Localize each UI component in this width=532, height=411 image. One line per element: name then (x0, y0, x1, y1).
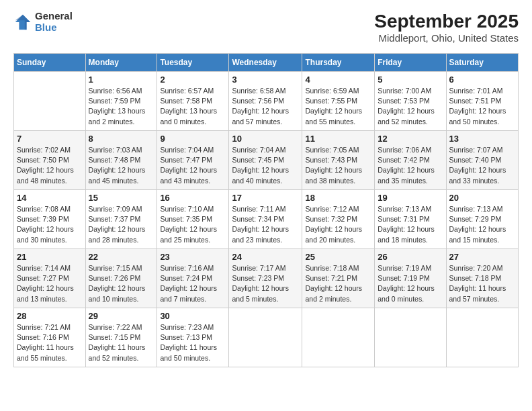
cell-text: and 57 minutes. (232, 117, 299, 127)
day-number: 8 (89, 134, 154, 144)
cell-text: and 23 minutes. (232, 235, 299, 245)
day-number: 7 (17, 134, 83, 144)
cell-text: Sunrise: 7:22 AM (89, 322, 154, 332)
cell-text: Sunrise: 7:16 AM (160, 263, 226, 273)
day-number: 27 (449, 252, 515, 262)
cell-text: Daylight: 11 hours (160, 342, 226, 353)
weekday-header: Friday (375, 54, 446, 72)
cell-text: Sunset: 7:59 PM (89, 96, 154, 106)
day-number: 3 (232, 75, 299, 85)
calendar-cell: 11Sunrise: 7:05 AMSunset: 7:43 PMDayligh… (302, 131, 375, 190)
cell-text: Sunset: 7:40 PM (449, 155, 515, 165)
day-number: 26 (378, 252, 443, 262)
day-number: 30 (160, 311, 226, 321)
cell-text: Sunset: 7:21 PM (305, 273, 371, 283)
day-number: 21 (17, 252, 83, 262)
calendar-cell: 9Sunrise: 7:04 AMSunset: 7:47 PMDaylight… (157, 131, 229, 190)
cell-text: Sunset: 7:15 PM (89, 332, 154, 342)
cell-text: Daylight: 12 hours (89, 165, 154, 175)
calendar-cell: 22Sunrise: 7:15 AMSunset: 7:26 PMDayligh… (85, 249, 157, 308)
cell-text: and 50 minutes. (160, 353, 226, 363)
cell-text: Daylight: 13 hours (89, 106, 154, 116)
cell-text: Daylight: 12 hours (17, 283, 83, 293)
day-number: 15 (89, 193, 154, 203)
cell-text: Sunset: 7:39 PM (17, 214, 83, 224)
calendar-week-row: 14Sunrise: 7:08 AMSunset: 7:39 PMDayligh… (14, 190, 519, 249)
cell-text: Sunrise: 7:09 AM (89, 204, 154, 214)
cell-text: Daylight: 12 hours (305, 165, 371, 175)
weekday-header: Tuesday (157, 54, 229, 72)
cell-text: and 20 minutes. (305, 235, 371, 245)
cell-text: Sunrise: 7:19 AM (378, 263, 443, 273)
day-number: 6 (449, 75, 515, 85)
cell-text: Sunrise: 7:04 AM (160, 145, 226, 155)
weekday-header: Wednesday (229, 54, 302, 72)
calendar-cell: 30Sunrise: 7:23 AMSunset: 7:13 PMDayligh… (157, 308, 229, 367)
cell-text: Sunrise: 7:20 AM (449, 263, 515, 273)
cell-text: Daylight: 12 hours (232, 283, 299, 293)
day-number: 1 (89, 75, 154, 85)
cell-text: Sunset: 7:53 PM (378, 96, 443, 106)
cell-text: Daylight: 12 hours (232, 224, 299, 234)
day-number: 19 (378, 193, 443, 203)
cell-text: Sunrise: 6:57 AM (160, 86, 226, 96)
cell-text: and 15 minutes. (449, 235, 515, 245)
cell-text: Sunrise: 7:14 AM (17, 263, 83, 273)
cell-text: and 43 minutes. (160, 176, 226, 186)
cell-text: Sunrise: 7:15 AM (89, 263, 154, 273)
cell-text: Sunrise: 6:56 AM (89, 86, 154, 96)
calendar-cell: 26Sunrise: 7:19 AMSunset: 7:19 PMDayligh… (375, 249, 446, 308)
cell-text: Sunrise: 7:02 AM (17, 145, 83, 155)
cell-text: Daylight: 12 hours (305, 283, 371, 293)
calendar-title: September 2025 (374, 11, 519, 32)
cell-text: and 13 minutes. (17, 294, 83, 304)
cell-text: Daylight: 12 hours (378, 106, 443, 116)
cell-text: Sunset: 7:34 PM (232, 214, 299, 224)
calendar-cell: 27Sunrise: 7:20 AMSunset: 7:18 PMDayligh… (446, 249, 518, 308)
cell-text: and 52 minutes. (378, 117, 443, 127)
calendar-cell: 28Sunrise: 7:21 AMSunset: 7:16 PMDayligh… (14, 308, 86, 367)
cell-text: and 50 minutes. (449, 117, 515, 127)
day-number: 18 (305, 193, 371, 203)
cell-text: and 0 minutes. (160, 117, 226, 127)
day-number: 13 (449, 134, 515, 144)
day-number: 22 (89, 252, 154, 262)
cell-text: Daylight: 12 hours (232, 165, 299, 175)
weekday-header: Monday (85, 54, 157, 72)
day-number: 23 (160, 252, 226, 262)
cell-text: Daylight: 11 hours (449, 283, 515, 293)
cell-text: and 2 minutes. (305, 294, 371, 304)
calendar-cell: 15Sunrise: 7:09 AMSunset: 7:37 PMDayligh… (85, 190, 157, 249)
cell-text: Sunset: 7:48 PM (89, 155, 154, 165)
cell-text: Daylight: 12 hours (449, 224, 515, 234)
cell-text: Sunset: 7:47 PM (160, 155, 226, 165)
day-number: 20 (449, 193, 515, 203)
cell-text: and 52 minutes. (89, 353, 154, 363)
day-number: 29 (89, 311, 154, 321)
cell-text: Daylight: 11 hours (17, 342, 83, 353)
cell-text: and 33 minutes. (449, 176, 515, 186)
calendar-cell: 10Sunrise: 7:04 AMSunset: 7:45 PMDayligh… (229, 131, 302, 190)
calendar-cell: 8Sunrise: 7:03 AMSunset: 7:48 PMDaylight… (85, 131, 157, 190)
cell-text: Sunset: 7:45 PM (232, 155, 299, 165)
cell-text: Sunrise: 7:07 AM (449, 145, 515, 155)
cell-text: and 40 minutes. (232, 176, 299, 186)
cell-text: Sunrise: 7:12 AM (305, 204, 371, 214)
logo-text: General Blue (35, 11, 73, 33)
cell-text: Daylight: 12 hours (17, 165, 83, 175)
cell-text: and 2 minutes. (89, 117, 154, 127)
cell-text: Sunrise: 6:59 AM (305, 86, 371, 96)
cell-text: Sunset: 7:31 PM (378, 214, 443, 224)
cell-text: Daylight: 12 hours (378, 165, 443, 175)
day-number: 12 (378, 134, 443, 144)
calendar-cell: 21Sunrise: 7:14 AMSunset: 7:27 PMDayligh… (14, 249, 86, 308)
logo: General Blue (13, 11, 73, 33)
cell-text: and 38 minutes. (305, 176, 371, 186)
day-number: 25 (305, 252, 371, 262)
calendar-week-row: 21Sunrise: 7:14 AMSunset: 7:27 PMDayligh… (14, 249, 519, 308)
calendar-cell: 4Sunrise: 6:59 AMSunset: 7:55 PMDaylight… (302, 72, 375, 131)
cell-text: Sunset: 7:26 PM (89, 273, 154, 283)
cell-text: Sunrise: 7:00 AM (378, 86, 443, 96)
cell-text: and 30 minutes. (17, 235, 83, 245)
cell-text: Sunset: 7:24 PM (160, 273, 226, 283)
